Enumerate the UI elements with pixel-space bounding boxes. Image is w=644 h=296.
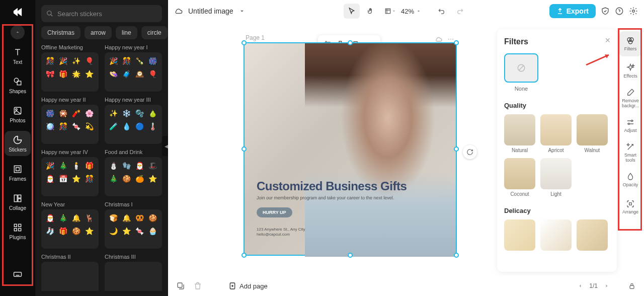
export-button[interactable]: Export (549, 4, 596, 18)
filter-label: Natural (504, 147, 535, 153)
chip-christmas[interactable]: Christmas (41, 26, 80, 39)
sticker-pack[interactable]: Happy new year II🎆🎇🧨🌸🪩🎊🍬💫 (41, 97, 99, 144)
sticker-thumb: 🔔 (70, 212, 82, 224)
svg-point-32 (628, 123, 630, 124)
filter-label: Coconut (504, 191, 535, 197)
nav-plugins[interactable]: Plugins (5, 218, 31, 244)
nav-frames[interactable]: Frames (5, 160, 31, 185)
resize-handle[interactable] (242, 253, 247, 258)
pack-title: Food and Drink (105, 149, 162, 155)
doc-title[interactable]: Untitled image (188, 7, 233, 15)
circular-refresh-button[interactable] (463, 145, 477, 159)
svg-rect-34 (178, 283, 182, 287)
select-tool[interactable] (344, 4, 360, 19)
page-image (305, 43, 456, 257)
sticker-pack[interactable]: Christmas III (105, 254, 162, 291)
resize-handle[interactable] (242, 40, 247, 45)
nav-collage[interactable]: Collage (5, 189, 31, 214)
svg-rect-9 (14, 224, 17, 227)
sticker-pack[interactable]: Christmas II (41, 254, 99, 291)
svg-point-16 (616, 8, 623, 15)
nav-shapes[interactable]: Shapes (5, 72, 31, 98)
chip-circle[interactable]: circle (141, 26, 168, 39)
nav-photos[interactable]: Photos (5, 102, 31, 127)
sticker-thumb: 🎉 (57, 55, 68, 66)
filter-label: Apricot (540, 147, 572, 153)
sticker-pack[interactable]: Happy new year IV🎉🎄🕯️🎁🎅📅⭐🎊 (41, 149, 99, 196)
sticker-thumb: 🎊 (44, 55, 55, 66)
svg-rect-8 (18, 198, 21, 201)
canvas-page[interactable]: Customized Business Gifts Join our membe… (244, 42, 457, 256)
sticker-pack[interactable]: Offline Marketing🎊🎉✨🎈🎀🎁🌟⭐ (41, 44, 99, 92)
nav-keyboard[interactable] (5, 262, 31, 287)
lock-icon[interactable] (628, 282, 636, 290)
sticker-pack[interactable]: Food and Drink⛄🧤🎅🎩🎄🍪🍊⭐ (105, 149, 162, 196)
nav-text[interactable]: Text (5, 43, 31, 68)
sticker-thumb: 🍞 (108, 212, 119, 224)
filter-tile[interactable] (540, 219, 572, 251)
tool-opacity[interactable]: Opacity (619, 167, 641, 192)
chip-line[interactable]: line (116, 26, 137, 39)
sticker-pack[interactable]: New Year🎅🎄🔔🦌🧦🎁🍪⭐ (41, 201, 99, 249)
undo-button[interactable] (433, 4, 449, 19)
filter-tile[interactable]: Natural (504, 114, 535, 153)
filter-tile[interactable]: Apricot (540, 114, 572, 153)
resize-handle[interactable] (348, 253, 353, 258)
tool-filters[interactable]: Filters (619, 31, 641, 56)
filter-tile[interactable]: Light (540, 158, 572, 197)
nav-frames-label: Frames (9, 176, 26, 182)
sticker-thumb: 🍾 (134, 55, 145, 66)
panel-collapse-icon[interactable]: ◀ (162, 136, 168, 156)
svg-point-14 (47, 11, 51, 15)
pan-tool[interactable] (363, 4, 379, 19)
gear-icon[interactable] (629, 7, 638, 16)
filters-icon (626, 36, 635, 45)
tool-remove-bg[interactable]: Remove backgr... (619, 86, 641, 111)
add-page-button[interactable]: Add page (228, 282, 268, 290)
zoom-control[interactable]: 42% (401, 8, 421, 15)
pack-preview: 🍞🔔🥨🍪🌙⭐🍬🧁 (105, 209, 162, 249)
chevron-down-icon[interactable] (238, 8, 246, 15)
resize-handle[interactable] (454, 146, 459, 152)
rail-collapse[interactable] (11, 25, 25, 39)
nav-stickers[interactable]: Stickers (5, 131, 31, 156)
close-icon[interactable]: ✕ (605, 36, 611, 44)
filter-none[interactable] (504, 53, 538, 83)
resize-handle[interactable] (454, 40, 459, 45)
filter-tile[interactable] (504, 219, 535, 251)
cloud-icon[interactable] (174, 7, 183, 16)
filter-preview (504, 114, 535, 145)
sticker-pack[interactable]: Christmas I🍞🔔🥨🍪🌙⭐🍬🧁 (105, 201, 162, 249)
filter-tile[interactable] (577, 219, 608, 251)
filter-tile[interactable]: Coconut (504, 158, 535, 197)
sticker-thumb: 🎊 (84, 173, 95, 184)
drop-icon (626, 172, 635, 181)
sticker-pack[interactable]: Happy new year I🎉🎊🍾🎆👒🧳🕰️🎈 (105, 44, 162, 92)
shield-icon[interactable] (601, 7, 610, 16)
tool-arrange[interactable]: Arrange (619, 194, 641, 219)
tool-adjust[interactable]: Adjust (619, 113, 641, 138)
next-page-icon[interactable] (604, 283, 610, 289)
tool-effects[interactable]: Effects (619, 58, 641, 84)
filters-title: Filters (504, 37, 610, 46)
nav-stickers-label: Stickers (9, 147, 27, 153)
trash-icon[interactable] (193, 281, 202, 290)
sticker-thumb: ⭐ (84, 226, 95, 237)
tool-smart[interactable]: Smart tools (619, 140, 641, 165)
filter-tile[interactable]: Walnut (577, 114, 608, 153)
layers-icon[interactable] (176, 281, 185, 290)
resize-handle[interactable] (348, 40, 353, 45)
svg-point-17 (632, 10, 635, 13)
resize-handle[interactable] (242, 146, 247, 152)
sticker-pack[interactable]: Happy new year III✨❄️🫧🍐🧪💧🔵🌡️ (105, 97, 162, 144)
chip-arrow[interactable]: arrow (85, 26, 112, 39)
app-logo[interactable] (11, 5, 25, 19)
redo-button[interactable] (452, 4, 468, 19)
pack-preview: 🎅🎄🔔🦌🧦🎁🍪⭐ (41, 209, 99, 249)
help-icon[interactable] (615, 7, 624, 16)
resize-handle[interactable] (454, 253, 459, 258)
crop-tool[interactable] (382, 4, 398, 19)
filter-none-label: None (504, 86, 538, 92)
search-input[interactable]: Search stickers (41, 5, 162, 22)
prev-page-icon[interactable] (577, 283, 583, 289)
